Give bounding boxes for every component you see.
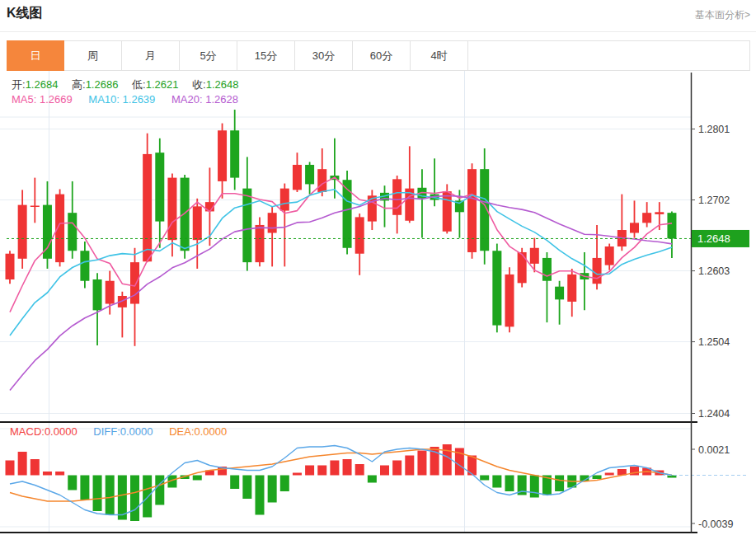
tab-月[interactable]: 月 (122, 40, 180, 71)
tab-15分[interactable]: 15分 (237, 40, 295, 71)
candle-body (605, 246, 614, 265)
high-label: 高: (72, 78, 86, 91)
macd-bar (343, 459, 352, 476)
candle-body (293, 165, 302, 190)
tab-60分[interactable]: 60分 (353, 40, 411, 71)
candle-body (467, 169, 477, 252)
high-value: 1.2686 (86, 78, 119, 91)
candle-body (355, 217, 364, 253)
macd-bar (18, 452, 27, 476)
ma10-legend: MA10: 1.2639 (88, 93, 155, 106)
price-axis-label: 1.2801 (698, 124, 730, 135)
tab-30分[interactable]: 30分 (295, 40, 353, 71)
tab-周[interactable]: 周 (64, 40, 122, 71)
ma-legend: MA5: 1.2669 MA10: 1.2639 MA20: 1.2628 (12, 93, 251, 106)
tab-日[interactable]: 日 (7, 40, 64, 71)
candle-body (392, 179, 401, 214)
candle-body (106, 281, 115, 304)
candle-body (93, 279, 102, 310)
macd-bar (330, 461, 339, 476)
candle-body (305, 165, 314, 184)
candle-body (555, 287, 564, 300)
macd-bar (505, 476, 514, 492)
macd-bar (392, 461, 401, 476)
macd-bar (443, 444, 452, 476)
candle-body (317, 169, 326, 192)
candle-body (667, 213, 676, 238)
ma20-legend: MA20: 1.2628 (171, 93, 238, 106)
macd-bar (280, 476, 289, 492)
macd-bar (555, 476, 564, 492)
candle-body (518, 252, 527, 283)
kline-page: { "page": { "title": "K线图", "link_more":… (0, 0, 756, 535)
macd-bar (380, 466, 389, 476)
macd-bar (155, 476, 164, 505)
price-axis-label: 1.2603 (698, 265, 730, 277)
candle-body (343, 180, 352, 248)
candle-body (130, 262, 139, 303)
macd-bar (55, 472, 64, 476)
candle-body (143, 154, 152, 261)
candle-body (181, 178, 190, 251)
macd-bar (530, 476, 539, 498)
candle-body (642, 213, 651, 223)
macd-bar (193, 476, 202, 481)
candle-body (80, 251, 89, 280)
macd-bar (605, 473, 614, 476)
close-value: 1.2648 (206, 78, 239, 91)
fundamental-analysis-link[interactable]: 基本面分析> (695, 8, 750, 22)
candle-body (505, 275, 514, 326)
ohlc-legend: 开:1.2684 高:1.2686 低:1.2621 收:1.2648 (12, 77, 249, 92)
close-label: 收: (192, 78, 206, 91)
macd-bar (317, 466, 326, 476)
price-axis-label: 1.2504 (698, 336, 730, 348)
candle-body (242, 189, 251, 263)
macd-bar (130, 476, 139, 522)
ma5-legend: MA5: 1.2669 (12, 93, 73, 106)
macd-bar (480, 476, 489, 481)
macd-axis-label: -0.0039 (698, 519, 733, 530)
candle-body (31, 205, 40, 207)
candle-body (268, 213, 277, 232)
macd-axis-label: 0.0021 (698, 444, 730, 456)
candle-body (530, 248, 539, 264)
candle-body (167, 178, 176, 241)
diff-value-legend: DIFF:0.0000 (93, 425, 153, 438)
candle-body (68, 213, 77, 251)
candle-body (492, 251, 501, 325)
header-divider (0, 31, 756, 32)
period-tab-bar: 日周月5分15分30分60分4时 (7, 40, 750, 71)
price-axis-label: 1.2404 (698, 408, 730, 420)
open-label: 开: (12, 78, 26, 91)
candle-body (230, 130, 239, 177)
low-value: 1.2621 (146, 78, 179, 91)
candle-body (542, 258, 552, 281)
macd-bar (106, 476, 115, 515)
macd-bar (355, 464, 364, 476)
tab-bar-filler (468, 40, 750, 71)
candle-body (193, 206, 202, 240)
macd-bar (68, 476, 77, 490)
candle-body (256, 225, 265, 262)
macd-bar (268, 476, 277, 503)
macd-bar (230, 476, 239, 490)
tab-5分[interactable]: 5分 (180, 40, 237, 71)
dea-value-legend: DEA:0.0000 (169, 425, 227, 438)
candle-body (155, 153, 164, 221)
macd-value-legend: MACD:0.0000 (10, 425, 77, 438)
page-title: K线图 (7, 5, 43, 22)
tab-4时[interactable]: 4时 (411, 40, 468, 71)
low-label: 低: (132, 78, 146, 91)
candle-body (280, 189, 289, 211)
macd-bar (256, 476, 265, 515)
macd-bar (368, 476, 377, 483)
macd-bar (6, 461, 15, 476)
current-price-badge-text: 1.2648 (697, 232, 730, 245)
candle-body (218, 130, 227, 181)
macd-legend: MACD:0.0000 DIFF:0.0000 DEA:0.0000 (10, 425, 240, 438)
candle-body (630, 223, 639, 232)
open-value: 1.2684 (26, 78, 59, 91)
candle-body (18, 205, 27, 259)
candle-body (655, 212, 664, 214)
price-axis-label: 1.2702 (698, 195, 730, 206)
